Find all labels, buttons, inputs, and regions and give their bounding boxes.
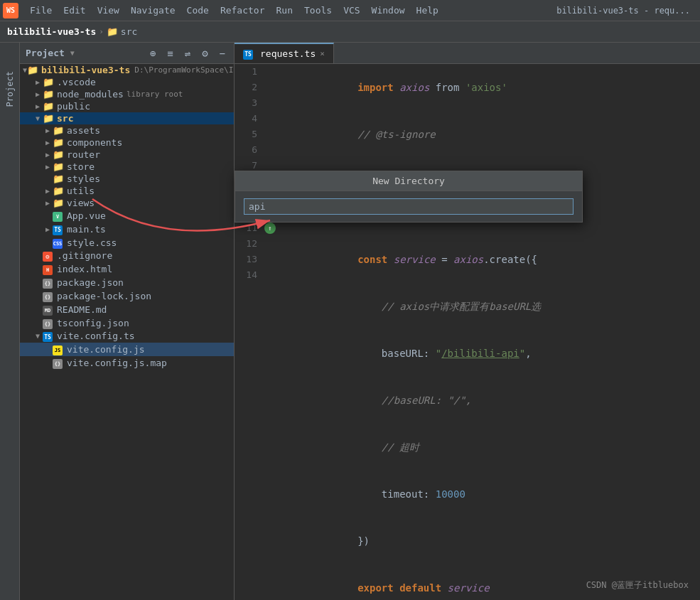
- code-line-9: //baseURL: "/",: [286, 377, 694, 424]
- tree-item-utils[interactable]: 📁 utils: [20, 185, 234, 197]
- vite-config-ts-name: vite.config.ts: [57, 331, 135, 341]
- breadcrumb-project[interactable]: bilibili-vue3-ts: [7, 26, 96, 37]
- tree-item-package-lock-json[interactable]: {} package-lock.json: [20, 289, 234, 303]
- main-ts-name: main.ts: [67, 224, 106, 235]
- locate-icon[interactable]: ⊕: [147, 46, 158, 60]
- tree-item-vite-config-ts[interactable]: TS vite.config.ts: [20, 330, 234, 343]
- tab-close-button[interactable]: ×: [320, 49, 325, 58]
- tree-item-public[interactable]: 📁 public: [20, 100, 234, 112]
- store-folder-icon: 📁: [53, 161, 64, 172]
- package-lock-name: package-lock.json: [57, 291, 151, 301]
- code-line-8: baseURL: "/bilibili-api",: [286, 330, 694, 377]
- menu-view[interactable]: View: [92, 4, 125, 17]
- menu-refactor[interactable]: Refactor: [215, 4, 271, 17]
- tree-toolbar: Project ▼ ⊕ ≡ ⇌ ⚙ −: [20, 43, 234, 64]
- tree-item-main-ts[interactable]: TS main.ts: [20, 223, 234, 236]
- code-content[interactable]: import axios from 'axios' // @ts-ignore …: [280, 64, 700, 600]
- vite-config-ts-arrow: [33, 332, 43, 340]
- menu-run[interactable]: Run: [271, 4, 298, 17]
- tree-item-store[interactable]: 📁 store: [20, 161, 234, 173]
- readme-icon: MD: [43, 304, 53, 316]
- collapse-icon[interactable]: ≡: [164, 46, 176, 60]
- new-directory-popup: New Directory: [235, 171, 583, 223]
- tree-item-vscode[interactable]: 📁 .vscode: [20, 76, 234, 88]
- app-vue-icon: V: [53, 210, 63, 222]
- index-html-name: index.html: [57, 264, 112, 274]
- project-panel-label[interactable]: Project: [5, 71, 15, 107]
- tree-item-readme[interactable]: MD README.md: [20, 303, 234, 316]
- tree-item-styles[interactable]: 📁 styles: [20, 173, 234, 185]
- tree-item-node-modules[interactable]: 📁 node_modules library root: [20, 88, 234, 100]
- ln-13: 13: [240, 252, 257, 267]
- tree-item-index-html[interactable]: H index.html: [20, 262, 234, 276]
- tree-item-tsconfig[interactable]: {} tsconfig.json: [20, 316, 234, 330]
- popup-input-row: [235, 191, 582, 222]
- menu-window[interactable]: Window: [366, 4, 411, 17]
- tree-item-app-vue[interactable]: V App.vue: [20, 209, 234, 223]
- code-line-12: }): [286, 518, 694, 564]
- tree-chevron-icon[interactable]: ▼: [70, 49, 75, 57]
- menu-code[interactable]: Code: [181, 4, 215, 17]
- vscode-name: .vscode: [57, 77, 96, 87]
- tab-name: request.ts: [260, 48, 316, 59]
- menu-edit[interactable]: Edit: [58, 4, 91, 17]
- tree-item-style-css[interactable]: CSS style.css: [20, 236, 234, 250]
- settings-icon[interactable]: ⚙: [199, 46, 210, 60]
- new-directory-input[interactable]: [244, 198, 574, 215]
- menu-navigate[interactable]: Navigate: [125, 4, 181, 17]
- app-vue-name: App.vue: [67, 210, 106, 221]
- menu-help[interactable]: Help: [411, 4, 444, 17]
- breadcrumb-bar: bilibili-vue3-ts › 📁 src: [0, 21, 700, 43]
- src-folder-icon: 📁: [43, 113, 54, 124]
- tree-item-package-json[interactable]: {} package.json: [20, 276, 234, 289]
- gutter: ↑ 🔒 🔒 ↑: [263, 64, 280, 600]
- expand-icon[interactable]: ⇌: [182, 46, 193, 60]
- line-numbers: 1 2 3 4 5 6 7 8 9 10 11 12 13 14: [235, 64, 263, 600]
- tree-item-vite-config-map[interactable]: {} vite.config.js.map: [20, 356, 234, 370]
- router-name: router: [67, 149, 100, 160]
- views-arrow: [43, 199, 53, 207]
- assets-arrow: [43, 127, 53, 134]
- menu-vcs[interactable]: VCS: [338, 4, 365, 17]
- assets-folder-icon: 📁: [53, 125, 64, 136]
- node-modules-folder-icon: 📁: [43, 89, 54, 100]
- minimize-icon[interactable]: −: [217, 46, 228, 60]
- style-css-icon: CSS: [53, 237, 63, 249]
- tsconfig-name: tsconfig.json: [57, 318, 129, 328]
- utils-folder-icon: 📁: [53, 186, 64, 196]
- package-json-icon: {}: [43, 277, 53, 289]
- file-tree[interactable]: Project ▼ ⊕ ≡ ⇌ ⚙ − 📁 bilibili-vue3-ts D…: [20, 43, 235, 600]
- menu-file[interactable]: File: [24, 4, 58, 17]
- tree-item-router[interactable]: 📁 router: [20, 149, 234, 161]
- tab-request-ts[interactable]: TS request.ts ×: [235, 43, 334, 63]
- vite-config-js-icon: JS: [53, 343, 63, 355]
- main-layout: Project Project ▼ ⊕ ≡ ⇌ ⚙ − 📁 bilibili-v…: [0, 43, 700, 600]
- code-line-7: // axios中请求配置有baseURL选: [286, 283, 694, 330]
- tree-item-gitignore[interactable]: ⚙ .gitignore: [20, 250, 234, 262]
- styles-name: styles: [67, 173, 100, 184]
- code-editor[interactable]: 1 2 3 4 5 6 7 8 9 10 11 12 13 14: [235, 64, 700, 600]
- gutter-marker-11: ↑: [264, 223, 276, 234]
- tree-item-vite-config-js[interactable]: JS vite.config.js: [20, 343, 234, 356]
- vite-config-js-name: vite.config.js: [67, 344, 145, 355]
- menu-tools[interactable]: Tools: [298, 4, 338, 17]
- tree-item-views[interactable]: 📁 views: [20, 197, 234, 209]
- tree-item-assets[interactable]: 📁 assets: [20, 124, 234, 136]
- node-modules-name: node_modules: [57, 89, 124, 100]
- menu-bar: WS File Edit View Navigate Code Refactor…: [0, 0, 700, 21]
- ln-14: 14: [240, 267, 257, 283]
- vite-config-map-name: vite.config.js.map: [67, 358, 167, 368]
- styles-folder-icon: 📁: [53, 173, 64, 184]
- ln-4: 4: [240, 111, 257, 127]
- ln-5: 5: [240, 127, 257, 142]
- tree-item-src[interactable]: 📁 src: [20, 112, 234, 124]
- app-logo: WS: [3, 3, 18, 18]
- editor-area: TS request.ts × 1 2 3 4 5 6 7 8 9: [235, 43, 700, 600]
- ln-12: 12: [240, 236, 257, 252]
- tree-item-components[interactable]: 📁 components: [20, 136, 234, 149]
- watermark: CSDN @蓝匣子itbluebox: [586, 579, 689, 591]
- package-json-name: package.json: [57, 277, 124, 288]
- breadcrumb-src[interactable]: src: [121, 26, 137, 37]
- tree-root[interactable]: 📁 bilibili-vue3-ts D:\ProgramWorkSpace\I…: [20, 64, 234, 76]
- tsconfig-icon: {}: [43, 317, 53, 329]
